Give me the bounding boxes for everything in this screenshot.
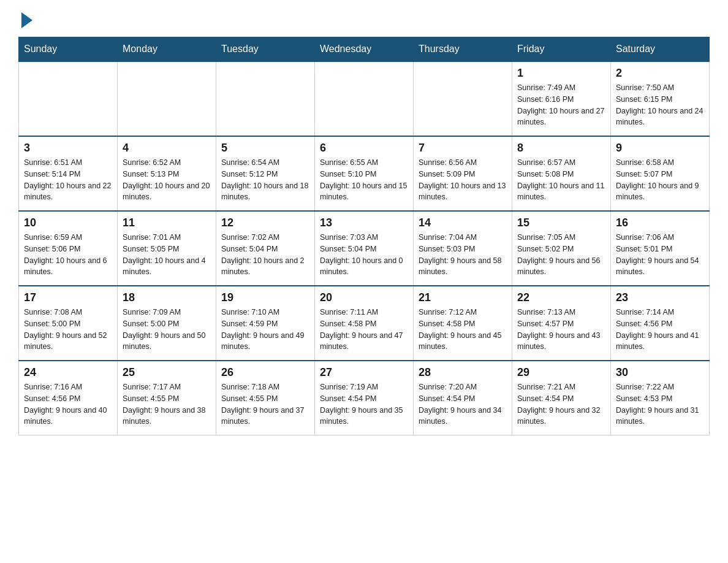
day-number: 23	[616, 291, 704, 304]
week-row-1: 1Sunrise: 7:49 AMSunset: 6:16 PMDaylight…	[19, 61, 710, 136]
day-info: Sunrise: 6:55 AMSunset: 5:10 PMDaylight:…	[320, 157, 408, 203]
day-info: Sunrise: 7:16 AMSunset: 4:56 PMDaylight:…	[24, 381, 112, 427]
calendar-cell: 18Sunrise: 7:09 AMSunset: 5:00 PMDayligh…	[118, 286, 216, 361]
day-number: 28	[419, 366, 507, 379]
week-row-4: 17Sunrise: 7:08 AMSunset: 5:00 PMDayligh…	[19, 286, 710, 361]
calendar-cell: 23Sunrise: 7:14 AMSunset: 4:56 PMDayligh…	[611, 286, 710, 361]
weekday-header-thursday: Thursday	[414, 37, 512, 62]
calendar-cell: 10Sunrise: 6:59 AMSunset: 5:06 PMDayligh…	[19, 211, 118, 286]
calendar-cell: 2Sunrise: 7:50 AMSunset: 6:15 PMDaylight…	[611, 61, 710, 136]
week-row-3: 10Sunrise: 6:59 AMSunset: 5:06 PMDayligh…	[19, 211, 710, 286]
day-number: 7	[419, 142, 507, 155]
calendar-cell: 26Sunrise: 7:18 AMSunset: 4:55 PMDayligh…	[216, 361, 315, 435]
day-number: 9	[616, 142, 704, 155]
day-number: 30	[616, 366, 704, 379]
calendar-cell: 8Sunrise: 6:57 AMSunset: 5:08 PMDaylight…	[512, 136, 611, 211]
day-number: 16	[616, 216, 704, 229]
day-number: 14	[419, 216, 507, 229]
day-info: Sunrise: 7:13 AMSunset: 4:57 PMDaylight:…	[517, 307, 605, 353]
day-info: Sunrise: 7:14 AMSunset: 4:56 PMDaylight:…	[616, 307, 704, 353]
day-number: 11	[123, 216, 211, 229]
calendar-header-row: SundayMondayTuesdayWednesdayThursdayFrid…	[19, 37, 710, 62]
day-info: Sunrise: 7:06 AMSunset: 5:01 PMDaylight:…	[616, 232, 704, 278]
day-number: 22	[517, 291, 605, 304]
day-info: Sunrise: 6:51 AMSunset: 5:14 PMDaylight:…	[24, 157, 112, 203]
day-info: Sunrise: 7:01 AMSunset: 5:05 PMDaylight:…	[123, 232, 211, 278]
calendar-cell: 22Sunrise: 7:13 AMSunset: 4:57 PMDayligh…	[512, 286, 611, 361]
calendar-cell	[118, 61, 216, 136]
day-info: Sunrise: 7:11 AMSunset: 4:58 PMDaylight:…	[320, 307, 408, 353]
day-number: 27	[320, 366, 408, 379]
calendar-cell: 25Sunrise: 7:17 AMSunset: 4:55 PMDayligh…	[118, 361, 216, 435]
calendar-cell: 12Sunrise: 7:02 AMSunset: 5:04 PMDayligh…	[216, 211, 315, 286]
day-info: Sunrise: 7:18 AMSunset: 4:55 PMDaylight:…	[221, 381, 309, 427]
page-header	[18, 12, 710, 29]
calendar-cell: 20Sunrise: 7:11 AMSunset: 4:58 PMDayligh…	[315, 286, 414, 361]
week-row-5: 24Sunrise: 7:16 AMSunset: 4:56 PMDayligh…	[19, 361, 710, 435]
day-number: 15	[517, 216, 605, 229]
calendar-cell: 19Sunrise: 7:10 AMSunset: 4:59 PMDayligh…	[216, 286, 315, 361]
day-number: 5	[221, 142, 309, 155]
day-info: Sunrise: 6:58 AMSunset: 5:07 PMDaylight:…	[616, 157, 704, 203]
day-info: Sunrise: 6:54 AMSunset: 5:12 PMDaylight:…	[221, 157, 309, 203]
day-number: 20	[320, 291, 408, 304]
calendar-cell: 3Sunrise: 6:51 AMSunset: 5:14 PMDaylight…	[19, 136, 118, 211]
day-info: Sunrise: 6:52 AMSunset: 5:13 PMDaylight:…	[123, 157, 211, 203]
calendar-cell: 7Sunrise: 6:56 AMSunset: 5:09 PMDaylight…	[414, 136, 512, 211]
day-info: Sunrise: 7:02 AMSunset: 5:04 PMDaylight:…	[221, 232, 309, 278]
day-number: 25	[123, 366, 211, 379]
logo	[18, 12, 38, 29]
calendar-cell: 6Sunrise: 6:55 AMSunset: 5:10 PMDaylight…	[315, 136, 414, 211]
day-number: 1	[517, 67, 605, 80]
calendar-cell: 28Sunrise: 7:20 AMSunset: 4:54 PMDayligh…	[414, 361, 512, 435]
day-info: Sunrise: 7:10 AMSunset: 4:59 PMDaylight:…	[221, 307, 309, 353]
calendar-cell: 11Sunrise: 7:01 AMSunset: 5:05 PMDayligh…	[118, 211, 216, 286]
calendar-cell: 27Sunrise: 7:19 AMSunset: 4:54 PMDayligh…	[315, 361, 414, 435]
calendar-cell: 13Sunrise: 7:03 AMSunset: 5:04 PMDayligh…	[315, 211, 414, 286]
day-number: 24	[24, 366, 112, 379]
weekday-header-sunday: Sunday	[19, 37, 118, 62]
weekday-header-wednesday: Wednesday	[315, 37, 414, 62]
day-number: 4	[123, 142, 211, 155]
calendar-cell: 9Sunrise: 6:58 AMSunset: 5:07 PMDaylight…	[611, 136, 710, 211]
logo-arrow-icon	[21, 12, 32, 28]
day-info: Sunrise: 7:05 AMSunset: 5:02 PMDaylight:…	[517, 232, 605, 278]
day-info: Sunrise: 6:56 AMSunset: 5:09 PMDaylight:…	[419, 157, 507, 203]
day-info: Sunrise: 6:57 AMSunset: 5:08 PMDaylight:…	[517, 157, 605, 203]
day-number: 6	[320, 142, 408, 155]
calendar-cell: 4Sunrise: 6:52 AMSunset: 5:13 PMDaylight…	[118, 136, 216, 211]
calendar-cell: 29Sunrise: 7:21 AMSunset: 4:54 PMDayligh…	[512, 361, 611, 435]
weekday-header-friday: Friday	[512, 37, 611, 62]
calendar-cell	[414, 61, 512, 136]
calendar-cell: 1Sunrise: 7:49 AMSunset: 6:16 PMDaylight…	[512, 61, 611, 136]
calendar-cell: 15Sunrise: 7:05 AMSunset: 5:02 PMDayligh…	[512, 211, 611, 286]
day-number: 10	[24, 216, 112, 229]
day-number: 2	[616, 67, 704, 80]
weekday-header-saturday: Saturday	[611, 37, 710, 62]
calendar-cell: 16Sunrise: 7:06 AMSunset: 5:01 PMDayligh…	[611, 211, 710, 286]
day-info: Sunrise: 7:20 AMSunset: 4:54 PMDaylight:…	[419, 381, 507, 427]
day-info: Sunrise: 7:49 AMSunset: 6:16 PMDaylight:…	[517, 82, 605, 128]
day-info: Sunrise: 7:19 AMSunset: 4:54 PMDaylight:…	[320, 381, 408, 427]
day-number: 26	[221, 366, 309, 379]
day-info: Sunrise: 7:17 AMSunset: 4:55 PMDaylight:…	[123, 381, 211, 427]
calendar-table: SundayMondayTuesdayWednesdayThursdayFrid…	[18, 37, 710, 435]
calendar-cell: 24Sunrise: 7:16 AMSunset: 4:56 PMDayligh…	[19, 361, 118, 435]
weekday-header-tuesday: Tuesday	[216, 37, 315, 62]
calendar-cell: 5Sunrise: 6:54 AMSunset: 5:12 PMDaylight…	[216, 136, 315, 211]
calendar-cell	[19, 61, 118, 136]
day-number: 29	[517, 366, 605, 379]
day-info: Sunrise: 7:08 AMSunset: 5:00 PMDaylight:…	[24, 307, 112, 353]
week-row-2: 3Sunrise: 6:51 AMSunset: 5:14 PMDaylight…	[19, 136, 710, 211]
calendar-cell: 14Sunrise: 7:04 AMSunset: 5:03 PMDayligh…	[414, 211, 512, 286]
day-number: 12	[221, 216, 309, 229]
day-number: 8	[517, 142, 605, 155]
day-info: Sunrise: 7:21 AMSunset: 4:54 PMDaylight:…	[517, 381, 605, 427]
calendar-cell: 30Sunrise: 7:22 AMSunset: 4:53 PMDayligh…	[611, 361, 710, 435]
day-number: 3	[24, 142, 112, 155]
day-info: Sunrise: 7:22 AMSunset: 4:53 PMDaylight:…	[616, 381, 704, 427]
day-info: Sunrise: 6:59 AMSunset: 5:06 PMDaylight:…	[24, 232, 112, 278]
day-info: Sunrise: 7:03 AMSunset: 5:04 PMDaylight:…	[320, 232, 408, 278]
day-info: Sunrise: 7:04 AMSunset: 5:03 PMDaylight:…	[419, 232, 507, 278]
weekday-header-monday: Monday	[118, 37, 216, 62]
